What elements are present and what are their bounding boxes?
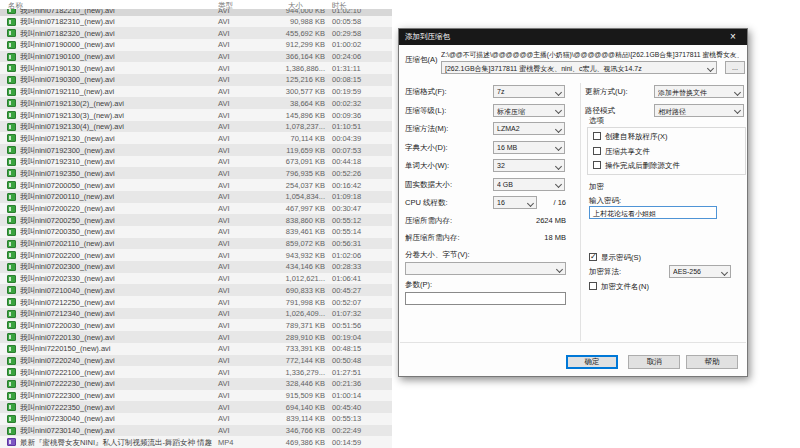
browse-button[interactable]: ... bbox=[725, 61, 745, 74]
table-row[interactable]: 我叫nini07200350_(new).avi AVI 839,461 KB … bbox=[0, 226, 392, 238]
column-header-size[interactable]: 大小 bbox=[288, 1, 303, 11]
field-combobox[interactable]: 4 GB bbox=[493, 178, 565, 191]
column-header-duration[interactable]: 时长 bbox=[332, 1, 347, 11]
table-row[interactable]: 我叫nini07220240_(new).avi AVI 772,144 KB … bbox=[0, 355, 392, 367]
file-name: 我叫nini07192130(2)_(new).avi bbox=[20, 99, 212, 109]
table-row[interactable]: 我叫nini07192130(2)_(new).avi AVI 38,664 K… bbox=[0, 97, 392, 109]
cancel-button[interactable]: 取消 bbox=[628, 355, 680, 369]
column-header-type[interactable]: 类型 bbox=[218, 1, 233, 11]
field-label: 字典大小(D): bbox=[405, 143, 448, 153]
table-row[interactable]: 我叫nini07222300_(new).avi AVI 915,509 KB … bbox=[0, 390, 392, 402]
checkbox[interactable] bbox=[589, 253, 597, 261]
update-mode-label: 更新方式(U): bbox=[585, 87, 628, 97]
file-size: 289,910 KB bbox=[233, 333, 325, 342]
update-mode-combobox[interactable]: 添加并替换文件 bbox=[654, 85, 744, 98]
file-duration: 01:00:02 bbox=[332, 40, 390, 49]
file-size: 943,932 KB bbox=[233, 251, 325, 260]
table-row[interactable]: 我叫nini07202110_(new).avi AVI 859,072 KB … bbox=[0, 238, 392, 250]
file-size: 90,988 KB bbox=[233, 17, 325, 26]
password-input[interactable]: 上村花论坛看小姐姐 bbox=[589, 206, 717, 219]
file-name: 我叫nini07200250_(new).avi bbox=[20, 216, 212, 226]
video-file-icon bbox=[7, 403, 16, 411]
video-file-icon bbox=[7, 216, 16, 224]
table-row[interactable]: 我叫nini07212340_(new).avi AVI 1,026,409..… bbox=[0, 308, 392, 320]
field-combobox[interactable]: LZMA2 bbox=[493, 122, 565, 135]
encryption-algorithm-combobox[interactable]: AES-256 bbox=[669, 265, 731, 278]
table-row[interactable]: 我叫nini07200110_(new).avi AVI 1,054,834..… bbox=[0, 191, 392, 203]
split-volume-combobox[interactable] bbox=[405, 262, 566, 275]
table-row[interactable]: 我叫nini07182320_(new).avi AVI 455,692 KB … bbox=[0, 27, 392, 39]
table-row[interactable]: 我叫nini07182310_(new).avi AVI 90,988 KB 0… bbox=[0, 16, 392, 28]
table-row[interactable]: 我叫nini07212250_(new).avi AVI 791,998 KB … bbox=[0, 296, 392, 308]
field-combobox[interactable]: 7z bbox=[493, 85, 565, 98]
table-row[interactable]: 我叫nini07222100_(new).avi AVI 1,336,279..… bbox=[0, 366, 392, 378]
video-file-icon bbox=[7, 263, 16, 271]
path-mode-combobox[interactable]: 相对路径 bbox=[654, 104, 744, 117]
file-size: 328,446 KB bbox=[233, 379, 325, 388]
file-duration: 00:52:07 bbox=[332, 298, 390, 307]
checkbox[interactable] bbox=[593, 147, 601, 155]
cpu-threads-combobox[interactable]: 16 bbox=[493, 196, 537, 209]
file-duration: 01:06:41 bbox=[332, 274, 390, 283]
table-row[interactable]: 我叫nini07222350_(new).avi AVI 694,140 KB … bbox=[0, 401, 392, 413]
table-row[interactable]: 我叫nini7220150_(new).avi AVI 733,391 KB 0… bbox=[0, 343, 392, 355]
chevron-down-icon bbox=[555, 125, 562, 132]
memory-compress-label: 压缩所需内存: bbox=[405, 216, 452, 226]
table-row[interactable]: 最新『蜜桃臀女友NINI』私人订制视频流出-舞蹈女神 情趣黑丝... MP4 4… bbox=[0, 436, 392, 448]
table-row[interactable]: 我叫nini07220130_(new).avi AVI 289,910 KB … bbox=[0, 331, 392, 343]
file-name: 我叫nini07182310_(new).avi bbox=[20, 17, 212, 27]
table-row[interactable]: 我叫nini07190130_(new).avi AVI 1,386,886..… bbox=[0, 62, 392, 74]
checkbox[interactable] bbox=[593, 132, 601, 140]
archive-name-combobox[interactable]: [262.1GB合集]3717811 蜜桃臀女友、nini、c宏儿、视讯女14.… bbox=[441, 61, 717, 74]
table-row[interactable]: 我叫nini07222230_(new).avi AVI 328,446 KB … bbox=[0, 378, 392, 390]
table-row[interactable]: 我叫nini07202330_(new).avi AVI 1,012,621..… bbox=[0, 273, 392, 285]
table-row[interactable]: 我叫nini07202300_(new).avi AVI 434,146 KB … bbox=[0, 261, 392, 273]
table-row[interactable]: 我叫nini07192130(3)_(new).avi AVI 145,896 … bbox=[0, 109, 392, 121]
table-row[interactable]: 我叫nini07230140_(new).avi AVI 346,766 KB … bbox=[0, 425, 392, 437]
close-icon[interactable]: × bbox=[719, 29, 747, 45]
video-file-icon bbox=[7, 99, 16, 107]
table-row[interactable]: 我叫nini07192350_(new).avi AVI 796,935 KB … bbox=[0, 167, 392, 179]
table-row[interactable]: 我叫nini07190100_(new).avi AVI 366,164 KB … bbox=[0, 51, 392, 63]
table-row[interactable]: 我叫nini07200220_(new).avi AVI 467,997 KB … bbox=[0, 203, 392, 215]
file-duration: 00:45:27 bbox=[332, 286, 390, 295]
field-combobox[interactable]: 标准压缩 bbox=[493, 104, 565, 117]
checkbox[interactable] bbox=[593, 161, 601, 169]
video-file-icon bbox=[7, 169, 16, 177]
field-combobox[interactable]: 16 MB bbox=[493, 141, 565, 154]
table-row[interactable]: 我叫nini07190000_(new).avi AVI 912,299 KB … bbox=[0, 39, 392, 51]
table-row[interactable]: 我叫nini07192110_(new).avi AVI 300,577 KB … bbox=[0, 86, 392, 98]
file-size: 346,766 KB bbox=[233, 426, 325, 435]
file-name: 我叫nini07192350_(new).avi bbox=[20, 169, 212, 179]
table-row[interactable]: 我叫nini07192300_(new).avi AVI 119,659 KB … bbox=[0, 144, 392, 156]
table-row[interactable]: 我叫nini07220030_(new).avi AVI 789,371 KB … bbox=[0, 319, 392, 331]
table-row[interactable]: 我叫nini07192130(4)_(new).avi AVI 1,078,23… bbox=[0, 121, 392, 133]
table-row[interactable]: 我叫nini07192310_(new).avi AVI 673,091 KB … bbox=[0, 156, 392, 168]
file-name: 我叫nini07192310_(new).avi bbox=[20, 157, 212, 167]
help-button[interactable]: 帮助 bbox=[686, 355, 738, 369]
file-name: 我叫nini07202300_(new).avi bbox=[20, 262, 212, 272]
column-header-name[interactable]: 名称 bbox=[8, 1, 23, 11]
table-row[interactable]: 我叫nini07202200_(new).avi AVI 943,932 KB … bbox=[0, 249, 392, 261]
file-duration: 00:22:49 bbox=[332, 426, 390, 435]
parameters-input[interactable] bbox=[405, 292, 566, 305]
table-row[interactable]: 我叫nini07210040_(new).avi AVI 690,833 KB … bbox=[0, 284, 392, 296]
ok-button[interactable]: 确定 bbox=[566, 355, 618, 369]
file-size: 839,114 KB bbox=[233, 414, 325, 423]
field-combobox[interactable]: 32 bbox=[493, 159, 565, 172]
table-row[interactable]: 我叫nini07200050_(new).avi AVI 254,037 KB … bbox=[0, 179, 392, 191]
file-duration: 00:48:15 bbox=[332, 344, 390, 353]
video-file-icon bbox=[7, 88, 16, 96]
table-row[interactable]: 我叫nini07230040_(new).avi AVI 839,114 KB … bbox=[0, 413, 392, 425]
file-duration: 01:10:51 bbox=[332, 122, 390, 131]
table-row[interactable]: 我叫nini07200250_(new).avi AVI 838,860 KB … bbox=[0, 214, 392, 226]
file-name: 我叫nini07202110_(new).avi bbox=[20, 239, 212, 249]
cpu-threads-max: / 16 bbox=[541, 198, 566, 207]
video-file-icon bbox=[7, 158, 16, 166]
file-duration: 00:21:36 bbox=[332, 379, 390, 388]
table-row[interactable]: 我叫nini07190300_(new).avi AVI 125,216 KB … bbox=[0, 74, 392, 86]
checkbox[interactable] bbox=[589, 282, 597, 290]
file-name: 我叫nini07220130_(new).avi bbox=[20, 333, 212, 343]
file-name: 我叫nini07212340_(new).avi bbox=[20, 309, 212, 319]
table-row[interactable]: 我叫nini07192130_(new).avi AVI 70,114 KB 0… bbox=[0, 132, 392, 144]
